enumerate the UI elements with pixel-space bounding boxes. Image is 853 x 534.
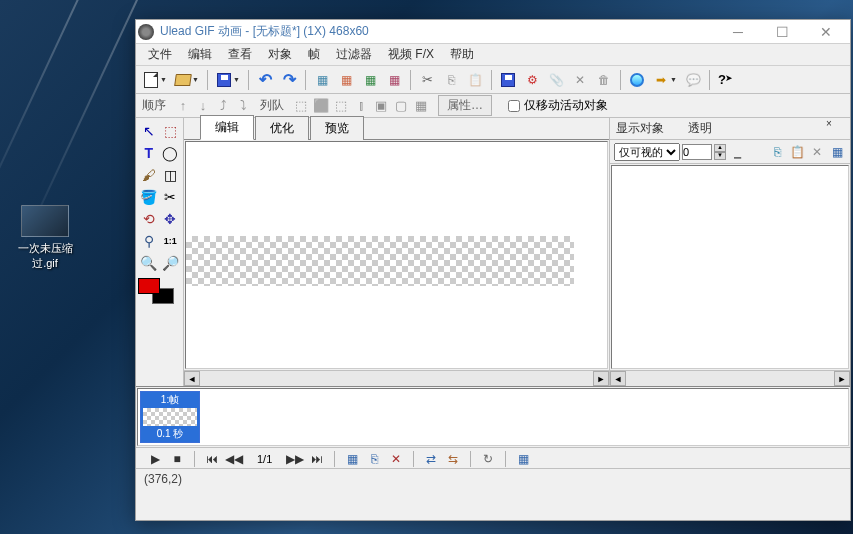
first-frame-button[interactable]: ⏮: [203, 450, 221, 468]
layer-new-button[interactable]: ▦: [828, 143, 846, 161]
delete2-button[interactable]: ✕: [569, 69, 591, 91]
tween-button[interactable]: ⇄: [422, 450, 440, 468]
align-center-button[interactable]: ⬛: [312, 97, 330, 115]
insert-object-button[interactable]: ▦: [383, 69, 405, 91]
undo-button[interactable]: ↶: [254, 69, 276, 91]
move-back-button[interactable]: ↑: [174, 97, 192, 115]
redo-button[interactable]: ↷: [278, 69, 300, 91]
marquee-tool[interactable]: ⬚: [160, 120, 182, 142]
text-tool[interactable]: T: [138, 142, 160, 164]
canvas-area[interactable]: [185, 141, 608, 369]
panel-close-icon[interactable]: ×: [826, 118, 832, 130]
foreground-color[interactable]: [138, 278, 160, 294]
reverse-button[interactable]: ⇆: [444, 450, 462, 468]
loop-button[interactable]: ↻: [479, 450, 497, 468]
opacity-input[interactable]: [682, 144, 712, 160]
color-swatches[interactable]: [138, 278, 178, 306]
canvas-hscroll[interactable]: ◄ ►: [184, 370, 609, 386]
zoom-actual-tool[interactable]: 1:1: [160, 230, 182, 252]
menu-help[interactable]: 帮助: [442, 44, 482, 65]
menu-view[interactable]: 查看: [220, 44, 260, 65]
insert-image-button[interactable]: ▦: [311, 69, 333, 91]
layers-hscroll[interactable]: ◄ ►: [610, 370, 850, 386]
layers-scroll-right[interactable]: ►: [834, 371, 850, 386]
ungroup-button[interactable]: ▢: [392, 97, 410, 115]
frames-strip[interactable]: 1:帧 0.1 秒: [137, 388, 849, 446]
layers-scroll-left[interactable]: ◄: [610, 371, 626, 386]
frame-1[interactable]: 1:帧 0.1 秒: [140, 391, 200, 443]
slider-icon[interactable]: ⎯: [728, 143, 746, 161]
menu-file[interactable]: 文件: [140, 44, 180, 65]
prev-frame-button[interactable]: ◀◀: [225, 450, 243, 468]
save-button[interactable]: ▼: [213, 69, 235, 91]
menu-frame[interactable]: 帧: [300, 44, 328, 65]
zoom-out-tool[interactable]: 🔎: [160, 252, 182, 274]
move-active-only-checkbox[interactable]: [508, 100, 520, 112]
cut-button[interactable]: ✂: [416, 69, 438, 91]
merge-button[interactable]: ▦: [412, 97, 430, 115]
scroll-left-button[interactable]: ◄: [184, 371, 200, 386]
scroll-right-button[interactable]: ►: [593, 371, 609, 386]
menu-object[interactable]: 对象: [260, 44, 300, 65]
distribute-button[interactable]: ⫿: [352, 97, 370, 115]
insert-text-button[interactable]: ▦: [359, 69, 381, 91]
close-button[interactable]: ✕: [804, 21, 848, 43]
timeline-settings-button[interactable]: ▦: [514, 450, 532, 468]
delete-frame-button[interactable]: ✕: [387, 450, 405, 468]
next-frame-button[interactable]: ▶▶: [286, 450, 304, 468]
move-tool[interactable]: ✥: [160, 208, 182, 230]
align-right-button[interactable]: ⬚: [332, 97, 350, 115]
tab-edit[interactable]: 编辑: [200, 115, 254, 140]
brush-tool[interactable]: 🖌: [138, 164, 160, 186]
visibility-select[interactable]: 仅可视的: [614, 143, 680, 161]
add-frame-button[interactable]: ▦: [343, 450, 361, 468]
paste-button[interactable]: 📋: [464, 69, 486, 91]
layer-copy-button[interactable]: ⎘: [768, 143, 786, 161]
web-preview-button[interactable]: [626, 69, 648, 91]
insert-video-button[interactable]: ▦: [335, 69, 357, 91]
export-settings-button[interactable]: ⚙: [521, 69, 543, 91]
shape-tool[interactable]: ◯: [160, 142, 182, 164]
layer-delete-button[interactable]: ✕: [808, 143, 826, 161]
crop-tool[interactable]: ✂: [160, 186, 182, 208]
export-gif-button[interactable]: [497, 69, 519, 91]
properties-button[interactable]: 属性…: [438, 95, 492, 116]
menu-filter[interactable]: 过滤器: [328, 44, 380, 65]
eyedropper-tool[interactable]: ⚲: [138, 230, 160, 252]
tab-preview[interactable]: 预览: [310, 116, 364, 140]
duplicate-frame-button[interactable]: ⎘: [365, 450, 383, 468]
last-frame-button[interactable]: ⏭: [308, 450, 326, 468]
desktop-file-icon[interactable]: 一次未压缩过.gif: [15, 205, 75, 271]
open-button[interactable]: ▼: [172, 69, 194, 91]
move-top-button[interactable]: ⤴: [214, 97, 232, 115]
play-button[interactable]: ▶: [146, 450, 164, 468]
tab-optimize[interactable]: 优化: [255, 116, 309, 140]
move-bottom-button[interactable]: ⤵: [234, 97, 252, 115]
canvas-content[interactable]: [186, 236, 574, 286]
fill-tool[interactable]: 🪣: [138, 186, 160, 208]
copy-button[interactable]: ⎘: [440, 69, 462, 91]
maximize-button[interactable]: ☐: [760, 21, 804, 43]
titlebar[interactable]: Ulead GIF 动画 - [无标题*] (1X) 468x60 ─ ☐ ✕: [136, 20, 850, 44]
menubar: 文件 编辑 查看 对象 帧 过滤器 视频 F/X 帮助: [136, 44, 850, 66]
new-button[interactable]: ▼: [140, 69, 162, 91]
web-export-button[interactable]: ➡▼: [650, 69, 672, 91]
comment-button[interactable]: 💬: [682, 69, 704, 91]
align-left-button[interactable]: ⬚: [292, 97, 310, 115]
pointer-tool[interactable]: ↖: [138, 120, 160, 142]
move-front-button[interactable]: ↓: [194, 97, 212, 115]
minimize-button[interactable]: ─: [716, 21, 760, 43]
menu-videofx[interactable]: 视频 F/X: [380, 44, 442, 65]
layers-list[interactable]: [611, 165, 849, 369]
layer-paste-button[interactable]: 📋: [788, 143, 806, 161]
rotate-tool[interactable]: ⟲: [138, 208, 160, 230]
menu-edit[interactable]: 编辑: [180, 44, 220, 65]
clipboard-button[interactable]: 📎: [545, 69, 567, 91]
zoom-in-tool[interactable]: 🔍: [138, 252, 160, 274]
opacity-spinner[interactable]: ▲▼: [714, 144, 726, 160]
stop-button[interactable]: ■: [168, 450, 186, 468]
eraser-tool[interactable]: ◫: [160, 164, 182, 186]
context-help-button[interactable]: ?: [715, 69, 737, 91]
trash-button[interactable]: 🗑: [593, 69, 615, 91]
group-button[interactable]: ▣: [372, 97, 390, 115]
